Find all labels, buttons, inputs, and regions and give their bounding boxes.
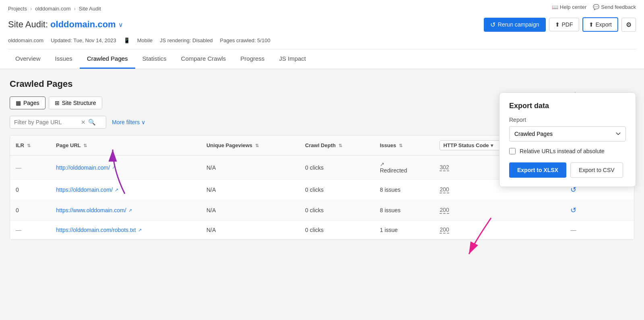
relative-urls-label: Relative URLs instead of absolute <box>520 148 605 154</box>
export-report-select[interactable]: Crawled Pages <box>509 126 626 142</box>
title-domain: olddomain.com <box>50 19 116 30</box>
table-row: 0 https://www.olddomain.com/ ↗ N/A 0 cli… <box>10 200 634 221</box>
tab-statistics[interactable]: Statistics <box>135 49 174 69</box>
export-report-label: Report <box>509 117 626 123</box>
title-label: Site Audit: <box>8 19 48 30</box>
col-crawl-depth[interactable]: Crawl Depth ⇅ <box>299 135 374 156</box>
view-pages-label: Pages <box>23 100 39 106</box>
device-icon: 📱 <box>124 37 130 43</box>
page-title: Site Audit: olddomain.com ∨ <box>8 19 123 30</box>
view-site-structure-button[interactable]: ⊞ Site Structure <box>49 96 102 109</box>
rerun-campaign-button[interactable]: ↺ Rerun campaign <box>484 18 546 32</box>
tab-compare-crawls[interactable]: Compare Crawls <box>174 49 233 69</box>
toolbar: ↺ Rerun campaign ⬆ PDF ⬆ Export ⚙ <box>484 17 636 32</box>
dropdown-icon: ▾ <box>491 143 493 148</box>
cell-url: https://olddomain.com/ ↗ <box>50 180 201 200</box>
book-icon: 📖 <box>552 4 558 10</box>
nav-tabs: Overview Issues Crawled Pages Statistics… <box>8 49 636 69</box>
chevron-down-icon: ∨ <box>141 119 145 125</box>
relative-urls-checkbox[interactable] <box>509 148 516 154</box>
breadcrumb-page: Site Audit <box>79 6 101 12</box>
relative-urls-row: Relative URLs instead of absolute <box>509 148 626 154</box>
export-csv-button[interactable]: Export to CSV <box>570 162 623 178</box>
export-xlsx-button[interactable]: Export to XLSX <box>509 162 566 178</box>
table-row: — https://olddomain.com/robots.txt ↗ N/A… <box>10 221 634 240</box>
col-unique-pageviews[interactable]: Unique Pageviews ⇅ <box>201 135 299 156</box>
breadcrumb: Projects › olddomain.com › Site Audit <box>8 3 636 14</box>
cell-pageviews: N/A <box>201 180 299 200</box>
main-content: Crawled Pages ▦ Pages ⊞ Site Structure ✕… <box>0 69 644 310</box>
tab-js-impact[interactable]: JS Impact <box>272 49 313 69</box>
redirect-icon: ↗ <box>380 161 384 167</box>
breadcrumb-projects[interactable]: Projects <box>8 6 27 12</box>
export-popup-title: Export data <box>509 102 626 110</box>
help-center-label: Help center <box>560 4 586 10</box>
export-button[interactable]: ⬆ Export <box>582 17 618 32</box>
http-status-label: HTTP Status Code <box>443 142 489 148</box>
more-filters-button[interactable]: More filters ∨ <box>112 119 145 125</box>
tab-overview[interactable]: Overview <box>8 49 48 69</box>
meta-domain: olddomain.com <box>8 37 43 43</box>
title-caret[interactable]: ∨ <box>118 21 123 29</box>
clear-icon[interactable]: ✕ <box>81 119 86 125</box>
meta-js: JS rendering: Disabled <box>160 37 213 43</box>
page-url-link[interactable]: https://www.olddomain.com/ ↗ <box>56 207 195 213</box>
external-link-icon: ↗ <box>128 208 132 213</box>
meta-row: olddomain.com Updated: Tue, Nov 14, 2023… <box>8 36 636 48</box>
page-url-link[interactable]: https://olddomain.com/robots.txt ↗ <box>56 227 195 233</box>
cell-pageviews: N/A <box>201 156 299 180</box>
col-page-url[interactable]: Page URL ⇅ <box>50 135 201 156</box>
filter-wrap: ✕ 🔍 <box>10 116 106 129</box>
settings-button[interactable]: ⚙ <box>621 18 636 32</box>
cell-pageviews: N/A <box>201 221 299 240</box>
meta-device: Mobile <box>137 37 153 43</box>
cell-ilr: — <box>10 221 50 240</box>
cell-depth: 0 clicks <box>299 156 374 180</box>
breadcrumb-sep2: › <box>74 6 75 12</box>
help-center-link[interactable]: 📖 Help center <box>552 4 586 10</box>
view-pages-button[interactable]: ▦ Pages <box>10 96 45 109</box>
cell-issues: 8 issues <box>374 200 434 221</box>
cell-ilr: — <box>10 156 50 180</box>
tab-issues[interactable]: Issues <box>48 49 80 69</box>
cell-status: 200 <box>434 221 540 240</box>
search-input[interactable] <box>14 119 78 125</box>
cell-ilr: 0 <box>10 180 50 200</box>
meta-updated: Updated: Tue, Nov 14, 2023 <box>51 37 116 43</box>
breadcrumb-domain[interactable]: olddomain.com <box>35 6 70 12</box>
search-icon[interactable]: 🔍 <box>88 119 96 126</box>
cell-url: https://www.olddomain.com/ ↗ <box>50 200 201 221</box>
page-url-link[interactable]: https://olddomain.com/ ↗ <box>56 187 195 193</box>
cell-pageviews: N/A <box>201 200 299 221</box>
title-row: Site Audit: olddomain.com ∨ ↺ Rerun camp… <box>8 14 636 36</box>
page-url-link[interactable]: http://olddomain.com/ ↗ <box>56 164 195 171</box>
meta-pages-crawled: Pages crawled: 5/100 <box>220 37 270 43</box>
col-ilr[interactable]: ILR ⇅ <box>10 135 50 156</box>
export-icon: ⬆ <box>589 21 594 28</box>
breadcrumb-sep1: › <box>30 6 32 12</box>
cell-reaudit: ↺ <box>565 200 634 221</box>
col-issues[interactable]: Issues ⇅ <box>374 135 434 156</box>
cell-issues: 8 issues <box>374 180 434 200</box>
rerun-label: Rerun campaign <box>498 21 539 28</box>
external-link-icon: ↗ <box>115 187 118 193</box>
cell-issues: 1 issue <box>374 221 434 240</box>
cell-url: http://olddomain.com/ ↗ <box>50 156 201 180</box>
pdf-button[interactable]: ⬆ PDF <box>549 18 579 31</box>
view-site-structure-label: Site Structure <box>62 100 96 106</box>
cell-depth: 0 clicks <box>299 221 374 240</box>
tab-progress[interactable]: Progress <box>233 49 272 69</box>
export-popup: Export data Report Crawled Pages Relativ… <box>499 92 636 187</box>
export-buttons: Export to XLSX Export to CSV <box>509 162 626 178</box>
chat-icon: 💬 <box>593 4 599 10</box>
external-link-icon: ↗ <box>138 228 142 233</box>
cell-depth: 0 clicks <box>299 180 374 200</box>
external-link-icon: ↗ <box>112 165 116 170</box>
reaudit-button[interactable]: ↺ <box>570 206 576 215</box>
cell-reaudit: — <box>565 221 634 240</box>
send-feedback-label: Send feedback <box>601 4 636 10</box>
send-feedback-link[interactable]: 💬 Send feedback <box>593 4 636 10</box>
tab-crawled-pages[interactable]: Crawled Pages <box>80 49 135 69</box>
upload-icon: ⬆ <box>555 21 560 28</box>
cell-issues: ↗ Redirected <box>374 156 434 180</box>
